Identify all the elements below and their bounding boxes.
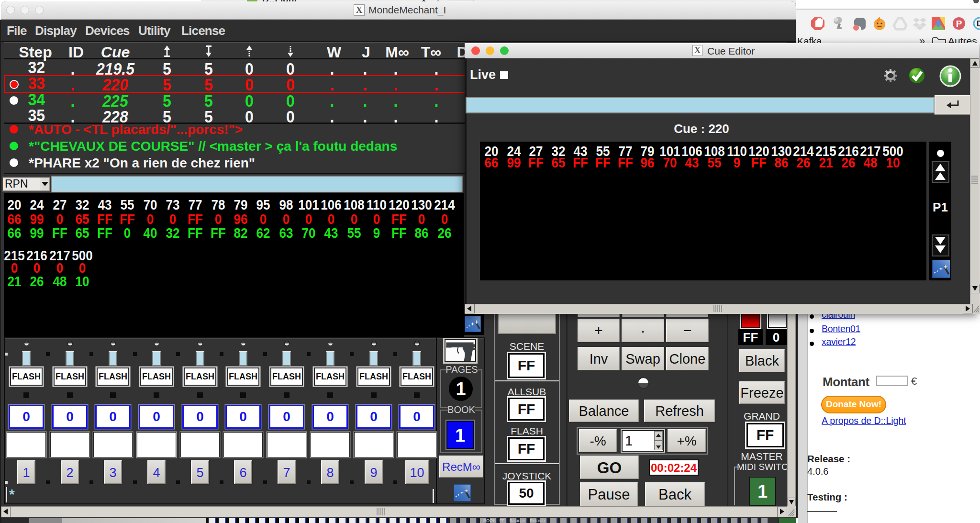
- svg-text:D: D: [977, 19, 980, 28]
- svg-text:P: P: [956, 19, 962, 29]
